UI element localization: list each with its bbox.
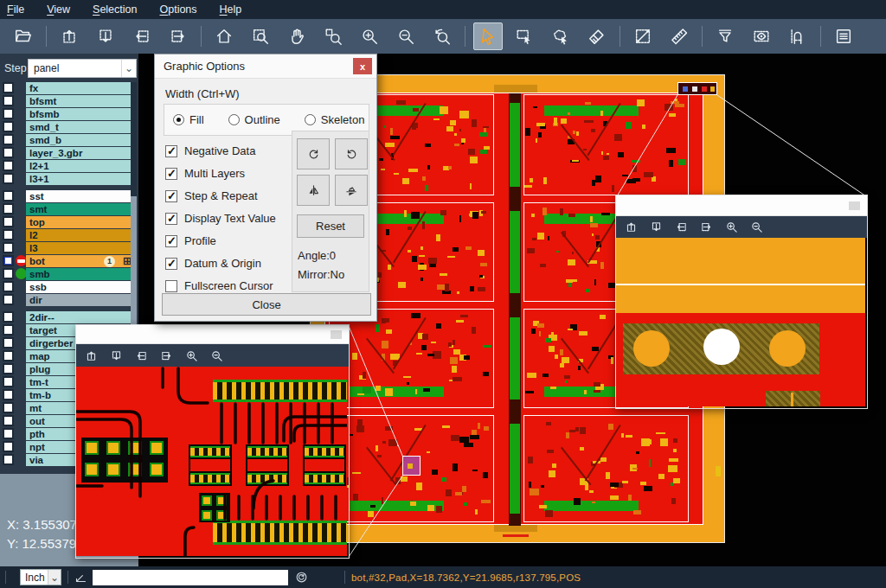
layer-row-l2[interactable]: l2 bbox=[0, 229, 138, 241]
select-rect-button[interactable] bbox=[510, 22, 539, 50]
layer-name[interactable]: fx bbox=[26, 82, 136, 94]
layer-visibility-checkbox[interactable] bbox=[3, 350, 14, 361]
menu-item-file[interactable]: File bbox=[7, 3, 24, 16]
popup-menu-button[interactable] bbox=[849, 201, 860, 210]
layer-row-dir[interactable]: dir bbox=[0, 294, 138, 306]
pan-left-button[interactable] bbox=[675, 220, 688, 233]
layer-visibility-checkbox[interactable] bbox=[3, 95, 14, 106]
layer-visibility-checkbox[interactable] bbox=[3, 294, 14, 305]
layer-name[interactable]: sst bbox=[26, 190, 136, 202]
layer-visibility-checkbox[interactable] bbox=[3, 160, 14, 171]
layer-name[interactable]: l2 bbox=[26, 229, 136, 241]
pan-right-button[interactable] bbox=[700, 220, 713, 233]
layer-row-smd_b[interactable]: smd_b bbox=[0, 134, 138, 146]
zoom-out-button[interactable] bbox=[210, 349, 223, 362]
layer-visibility-checkbox[interactable] bbox=[3, 203, 14, 214]
layer-name[interactable]: l3 bbox=[26, 242, 136, 254]
layer-row-l3+1[interactable]: l3+1 bbox=[0, 173, 138, 185]
home-button[interactable] bbox=[209, 22, 239, 50]
layer-visibility-checkbox[interactable] bbox=[3, 147, 14, 158]
layer-name[interactable]: smt bbox=[26, 203, 136, 215]
close-button[interactable]: Close bbox=[162, 293, 371, 316]
layer-visibility-checkbox[interactable] bbox=[3, 255, 14, 266]
dialog-close-button[interactable]: x bbox=[353, 58, 372, 74]
layer-name[interactable]: smd_t bbox=[26, 121, 136, 133]
option-check-display-text-value[interactable]: Display Text Value bbox=[165, 212, 276, 225]
layer-row-bot[interactable]: bot1⊞ bbox=[0, 255, 138, 267]
layer-visibility-checkbox[interactable] bbox=[3, 311, 14, 323]
layer-panel-button[interactable] bbox=[829, 22, 858, 50]
layer-visibility-checkbox[interactable] bbox=[3, 441, 14, 452]
layer-name[interactable]: ssb bbox=[26, 281, 136, 293]
option-check-step-repeat[interactable]: Step & Repeat bbox=[165, 189, 258, 202]
layer-name[interactable]: bfsmt bbox=[26, 95, 136, 107]
zoom-in-button[interactable] bbox=[185, 349, 198, 362]
pan-up-button[interactable] bbox=[55, 22, 84, 50]
layer-name[interactable]: layer_3.gbr bbox=[26, 147, 136, 159]
layer-visibility-checkbox[interactable] bbox=[3, 229, 14, 240]
layer-visibility-checkbox[interactable] bbox=[3, 108, 14, 119]
layer-visibility-checkbox[interactable] bbox=[3, 242, 14, 253]
layer-name[interactable]: bfsmb bbox=[26, 108, 136, 120]
popup-menu-button[interactable] bbox=[331, 330, 342, 339]
magnifier-titlebar[interactable] bbox=[76, 325, 349, 344]
layer-visibility-checkbox[interactable] bbox=[3, 324, 14, 336]
pan-down-button[interactable] bbox=[650, 220, 663, 233]
zoom-window-button[interactable] bbox=[246, 22, 275, 50]
magnifier-titlebar[interactable] bbox=[616, 195, 867, 216]
layer-name[interactable]: smd_b bbox=[26, 134, 136, 146]
unit-select[interactable]: Inch ⌄ bbox=[20, 569, 61, 585]
layer-visibility-checkbox[interactable] bbox=[3, 121, 14, 132]
layer-name[interactable]: top bbox=[26, 216, 136, 228]
layer-row-bfsmb[interactable]: bfsmb bbox=[0, 108, 138, 120]
layer-visibility-checkbox[interactable] bbox=[3, 173, 14, 184]
layer-visibility-checkbox[interactable] bbox=[3, 268, 14, 279]
layer-visibility-checkbox[interactable] bbox=[3, 190, 14, 201]
filter-button[interactable] bbox=[710, 22, 740, 50]
command-input[interactable] bbox=[93, 570, 288, 585]
layer-row-top[interactable]: top bbox=[0, 216, 138, 228]
pan-up-button[interactable] bbox=[625, 220, 638, 233]
layer-name[interactable]: smb bbox=[26, 268, 136, 280]
pan-down-button[interactable] bbox=[91, 22, 120, 50]
layer-row-smd_t[interactable]: smd_t bbox=[0, 121, 138, 133]
measure-ruler-button[interactable] bbox=[664, 22, 694, 50]
rotate-cw-button[interactable] bbox=[297, 138, 330, 169]
menu-item-options[interactable]: Options bbox=[159, 3, 196, 16]
zoom-out-button[interactable] bbox=[391, 22, 421, 50]
option-check-profile[interactable]: Profile bbox=[165, 234, 216, 247]
layer-row-sst[interactable]: sst bbox=[0, 190, 138, 202]
layer-name[interactable]: l2+1 bbox=[26, 160, 136, 172]
measure-point-button[interactable] bbox=[628, 22, 658, 50]
pan-left-button[interactable] bbox=[127, 22, 157, 50]
layer-visibility-checkbox[interactable] bbox=[3, 428, 14, 439]
layer-row-fx[interactable]: fx bbox=[0, 82, 138, 94]
option-check-datum-origin[interactable]: Datum & Origin bbox=[165, 257, 261, 270]
snap-button[interactable] bbox=[783, 22, 812, 50]
zoom-in-button[interactable] bbox=[355, 22, 384, 50]
flip-h-button[interactable] bbox=[297, 175, 330, 206]
layer-row-l3[interactable]: l3 bbox=[0, 242, 138, 254]
layer-visibility-checkbox[interactable] bbox=[3, 454, 14, 465]
refresh-icon[interactable] bbox=[295, 571, 308, 584]
zoom-object-button[interactable] bbox=[318, 22, 348, 50]
layer-visibility-checkbox[interactable] bbox=[3, 134, 14, 145]
select-poly-button[interactable] bbox=[546, 22, 575, 50]
reset-button[interactable]: Reset bbox=[297, 214, 364, 238]
menu-item-help[interactable]: Help bbox=[220, 3, 242, 16]
layer-visibility-checkbox[interactable] bbox=[3, 82, 14, 93]
width-radio-skeleton[interactable]: Skeleton bbox=[305, 113, 365, 126]
option-check-multi-layers[interactable]: Multi Layers bbox=[165, 167, 245, 180]
layer-visibility-checkbox[interactable] bbox=[3, 281, 14, 292]
layer-visibility-checkbox[interactable] bbox=[3, 402, 14, 413]
pan-hand-button[interactable] bbox=[282, 22, 311, 50]
zoom-in-button[interactable] bbox=[725, 220, 738, 233]
layer-row-2dir--[interactable]: 2dir-- bbox=[0, 311, 138, 323]
layer-row-ssb[interactable]: ssb bbox=[0, 281, 138, 293]
layer-visibility-checkbox[interactable] bbox=[3, 376, 14, 387]
zoom-previous-button[interactable] bbox=[427, 22, 457, 50]
open-folder-button[interactable] bbox=[9, 22, 38, 50]
menu-item-view[interactable]: View bbox=[47, 3, 70, 16]
pan-right-button[interactable] bbox=[160, 349, 173, 362]
dialog-titlebar[interactable]: Graphic Options x bbox=[155, 54, 376, 79]
